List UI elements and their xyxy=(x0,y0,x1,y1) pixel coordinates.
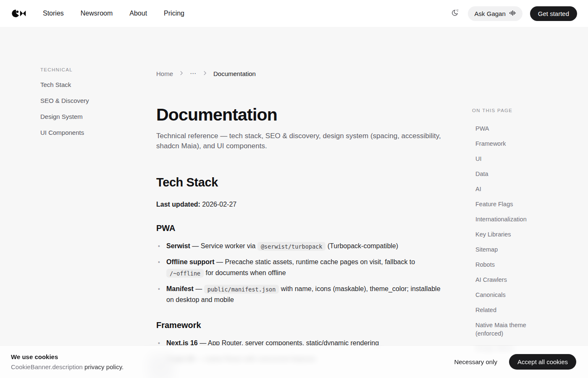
cookie-description-text: CookieBanner.description xyxy=(11,363,84,370)
toc-label: ON THIS PAGE xyxy=(472,108,535,113)
nav-item-pricing[interactable]: Pricing xyxy=(164,10,184,17)
item-lead: Offline support xyxy=(166,258,215,265)
moon-sparkle-icon xyxy=(451,9,459,18)
last-updated: Last updated: 2026-02-27 xyxy=(156,201,447,208)
cookie-banner-description: CookieBanner.description privacy policy. xyxy=(11,363,123,370)
item-text: — Service worker via xyxy=(190,242,257,249)
heading-framework: Framework xyxy=(156,320,447,330)
breadcrumb-home[interactable]: Home xyxy=(156,70,173,77)
ask-gagan-label: Ask Gagan xyxy=(475,10,506,17)
necessary-only-button[interactable]: Necessary only xyxy=(448,355,503,369)
toc-item-sitemap[interactable]: Sitemap xyxy=(472,245,535,254)
cookie-banner-title: We use cookies xyxy=(11,353,123,360)
toc-item-feature-flags[interactable]: Feature Flags xyxy=(472,200,535,208)
nav-item-stories[interactable]: Stories xyxy=(43,10,64,17)
toc-item-canonicals[interactable]: Canonicals xyxy=(472,291,535,299)
brand-logo-icon xyxy=(12,9,27,18)
list-item: Manifest — public/manifest.json with nam… xyxy=(156,284,447,305)
nav-item-newsroom[interactable]: Newsroom xyxy=(81,10,113,17)
cookie-description-suffix: . xyxy=(122,363,123,370)
code-chip: @serwist/turbopack xyxy=(257,242,326,251)
toc-item-data[interactable]: Data xyxy=(472,170,535,178)
theme-toggle-button[interactable] xyxy=(449,7,460,20)
toc-list: PWA Framework UI Data AI Feature Flags I… xyxy=(472,124,535,353)
toc-item-pwa[interactable]: PWA xyxy=(472,124,535,133)
page: Stories Newsroom About Pricing Ask Gagan xyxy=(0,0,588,378)
last-updated-label: Last updated: xyxy=(156,201,200,208)
toc-item-key-libraries[interactable]: Key Libraries xyxy=(472,230,535,239)
toc-item-related[interactable]: Related xyxy=(472,306,535,314)
left-sidebar: TECHNICAL Tech Stack SEO & Discovery Des… xyxy=(40,67,133,145)
cookie-banner-actions: Necessary only Accept all cookies xyxy=(448,354,576,370)
toc-item-robots[interactable]: Robots xyxy=(472,260,535,269)
privacy-policy-link[interactable]: privacy policy xyxy=(84,363,122,370)
toc-item-framework[interactable]: Framework xyxy=(472,139,535,148)
last-updated-value: 2026-02-27 xyxy=(202,201,236,208)
top-navigation-bar: Stories Newsroom About Pricing Ask Gagan xyxy=(0,0,588,27)
sidebar-item-design-system[interactable]: Design System xyxy=(40,113,133,120)
sidebar-section-label: TECHNICAL xyxy=(40,67,133,72)
list-item: Offline support — Precache static assets… xyxy=(156,257,447,278)
on-this-page-toc: ON THIS PAGE PWA Framework UI Data AI Fe… xyxy=(472,108,535,360)
ask-gagan-button[interactable]: Ask Gagan xyxy=(468,6,522,21)
header-actions: Ask Gagan Get started xyxy=(449,6,577,21)
sidebar-item-seo-discovery[interactable]: SEO & Discovery xyxy=(40,97,133,104)
pwa-list: Serwist — Service worker via @serwist/tu… xyxy=(156,241,447,305)
item-lead: Serwist xyxy=(166,242,190,249)
chevron-right-icon xyxy=(178,70,184,77)
breadcrumb: Home ⋯ Documentation xyxy=(156,70,256,77)
main-content: Documentation Technical reference — tech… xyxy=(156,105,447,370)
toc-item-internationalization[interactable]: Internationalization xyxy=(472,215,535,223)
page-subtitle: Technical reference — tech stack, SEO & … xyxy=(156,131,447,151)
breadcrumb-ellipsis-button[interactable]: ⋯ xyxy=(190,70,197,77)
brand-logo[interactable] xyxy=(12,9,27,18)
waveform-icon xyxy=(509,10,516,18)
nav-item-about[interactable]: About xyxy=(129,10,147,17)
cookie-banner-text: We use cookies CookieBanner.description … xyxy=(11,353,123,370)
cookie-banner: We use cookies CookieBanner.description … xyxy=(0,345,588,378)
page-title: Documentation xyxy=(156,105,447,125)
get-started-button[interactable]: Get started xyxy=(530,6,577,21)
item-text: — Precache static assets, runtime cache … xyxy=(215,258,415,265)
toc-item-native-maia-theme[interactable]: Native Maia theme (enforced) xyxy=(472,321,535,338)
item-lead: Manifest xyxy=(166,285,194,292)
item-text: (Turbopack-compatible) xyxy=(326,242,398,249)
heading-tech-stack: Tech Stack xyxy=(156,176,447,189)
toc-item-ui[interactable]: UI xyxy=(472,155,535,163)
accept-all-cookies-button[interactable]: Accept all cookies xyxy=(509,354,576,370)
chevron-right-icon xyxy=(202,70,208,77)
code-chip: /~offline xyxy=(166,269,204,278)
sidebar-item-tech-stack[interactable]: Tech Stack xyxy=(40,81,133,88)
sidebar-item-ui-components[interactable]: UI Components xyxy=(40,129,133,136)
sidebar-list: Tech Stack SEO & Discovery Design System… xyxy=(40,81,133,136)
toc-item-ai-crawlers[interactable]: AI Crawlers xyxy=(472,276,535,284)
primary-nav: Stories Newsroom About Pricing xyxy=(43,10,184,17)
toc-item-ai[interactable]: AI xyxy=(472,185,535,193)
item-text: for documents when offline xyxy=(204,269,286,276)
heading-pwa: PWA xyxy=(156,223,447,233)
item-text: — xyxy=(194,285,204,292)
list-item: Serwist — Service worker via @serwist/tu… xyxy=(156,241,447,252)
code-chip: public/manifest.json xyxy=(204,285,279,294)
breadcrumb-current: Documentation xyxy=(213,70,256,77)
